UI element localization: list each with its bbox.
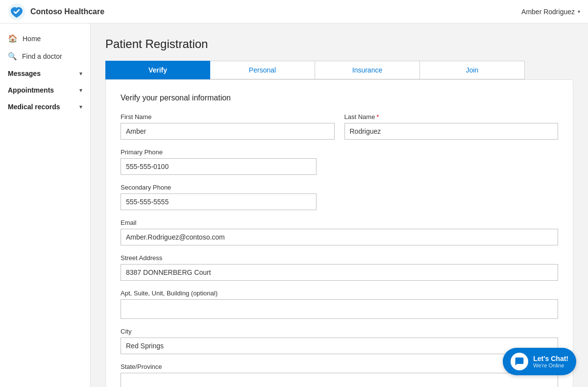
street-address-group: Street Address [121, 254, 558, 281]
street-address-row: Street Address [121, 254, 558, 281]
name-row: First Name Last Name* [121, 113, 558, 140]
apt-input[interactable] [121, 299, 558, 319]
last-name-group: Last Name* [344, 113, 559, 140]
medical-records-label: Medical records [8, 103, 60, 111]
first-name-group: First Name [121, 113, 335, 140]
secondary-phone-row: Secondary Phone [121, 184, 558, 210]
email-group: Email [121, 219, 558, 245]
email-label: Email [121, 219, 558, 226]
primary-phone-row: Primary Phone [121, 148, 558, 175]
first-name-input[interactable] [121, 123, 335, 140]
sidebar-item-home[interactable]: 🏠 Home [0, 29, 90, 48]
sidebar: 🏠 Home 🔍 Find a doctor Messages ▾ Appoin… [0, 24, 91, 387]
appointments-label: Appointments [8, 86, 54, 94]
primary-phone-label: Primary Phone [121, 148, 317, 156]
chat-bubble-icon [514, 357, 524, 366]
secondary-phone-group: Secondary Phone [121, 184, 317, 210]
state-label: State/Province [121, 363, 558, 370]
state-group: State/Province [121, 363, 558, 387]
appointments-chevron-icon: ▾ [79, 87, 82, 94]
form-card: Verify your personal information First N… [105, 79, 573, 387]
medical-records-chevron-icon: ▾ [79, 104, 82, 110]
tab-insurance[interactable]: Insurance [315, 61, 420, 79]
street-address-label: Street Address [121, 254, 558, 262]
sidebar-group-messages[interactable]: Messages ▾ [0, 65, 90, 82]
last-name-required: * [376, 113, 379, 121]
sidebar-item-find-doctor[interactable]: 🔍 Find a doctor [0, 48, 90, 65]
sidebar-group-appointments[interactable]: Appointments ▾ [0, 82, 90, 98]
apt-group: Apt, Suite, Unit, Building (optional) [121, 290, 558, 319]
state-input[interactable] [121, 373, 558, 387]
tab-join[interactable]: Join [420, 61, 525, 79]
chat-icon [511, 353, 528, 370]
user-menu[interactable]: Amber Rodriguez ▾ [521, 8, 580, 16]
messages-chevron-icon: ▾ [79, 71, 82, 77]
logo-area: Contoso Healthcare [8, 3, 104, 21]
state-row: State/Province [121, 363, 558, 387]
user-name: Amber Rodriguez [521, 8, 575, 16]
street-address-input[interactable] [121, 264, 558, 281]
messages-label: Messages [8, 70, 41, 77]
email-input[interactable] [121, 229, 558, 245]
sidebar-group-medical-records[interactable]: Medical records ▾ [0, 98, 90, 115]
home-icon: 🏠 [8, 34, 18, 43]
chat-title: Let's Chat! [533, 355, 568, 363]
primary-phone-group: Primary Phone [121, 148, 317, 175]
top-nav: Contoso Healthcare Amber Rodriguez ▾ [0, 0, 588, 24]
city-row: City [121, 328, 558, 354]
chat-text: Let's Chat! We're Online [533, 355, 568, 368]
secondary-phone-input[interactable] [121, 194, 317, 210]
tab-personal[interactable]: Personal [210, 61, 315, 79]
chat-button[interactable]: Let's Chat! We're Online [503, 348, 576, 375]
find-doctor-icon: 🔍 [8, 52, 17, 61]
chat-subtitle: We're Online [533, 363, 568, 368]
city-label: City [121, 328, 558, 335]
page-title: Patient Registration [105, 37, 573, 51]
sidebar-item-find-doctor-label: Find a doctor [22, 52, 62, 60]
tab-verify[interactable]: Verify [105, 61, 210, 79]
main-content: Patient Registration Verify Personal Ins… [91, 24, 588, 387]
primary-phone-input[interactable] [121, 158, 317, 175]
apt-label: Apt, Suite, Unit, Building (optional) [121, 290, 558, 297]
form-section-title: Verify your personal information [121, 94, 558, 102]
first-name-label: First Name [121, 113, 335, 121]
registration-tabs: Verify Personal Insurance Join [105, 61, 573, 79]
city-group: City [121, 328, 558, 354]
city-input[interactable] [121, 338, 558, 354]
secondary-phone-label: Secondary Phone [121, 184, 317, 191]
apt-row: Apt, Suite, Unit, Building (optional) [121, 290, 558, 319]
sidebar-item-home-label: Home [23, 35, 41, 43]
app-name: Contoso Healthcare [30, 7, 104, 16]
user-chevron-icon: ▾ [578, 9, 580, 14]
email-row: Email [121, 219, 558, 245]
last-name-label: Last Name* [344, 113, 559, 121]
logo-icon [8, 3, 25, 21]
last-name-input[interactable] [344, 123, 559, 140]
